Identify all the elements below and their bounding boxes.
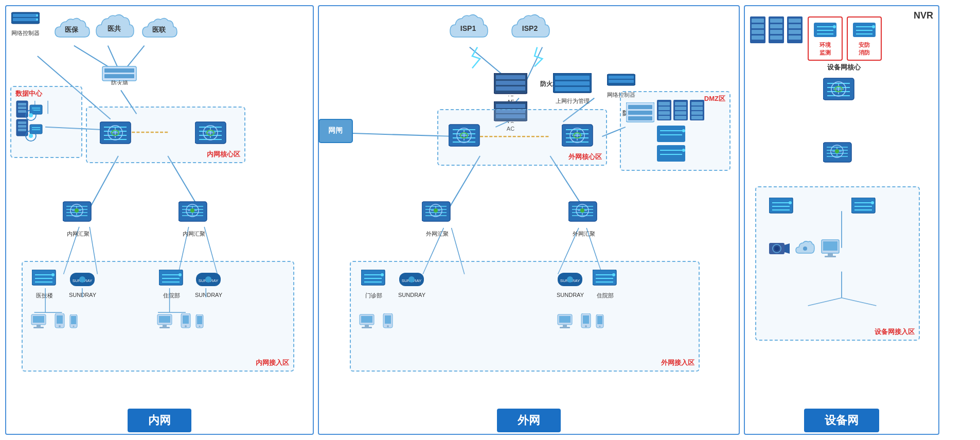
svg-rect-91 bbox=[37, 325, 41, 327]
svg-point-71 bbox=[75, 208, 79, 213]
svg-rect-43 bbox=[104, 74, 134, 78]
svg-rect-197 bbox=[657, 126, 685, 142]
devices-label: 设备网 bbox=[804, 409, 879, 432]
svg-point-230 bbox=[408, 276, 415, 283]
svg-point-302 bbox=[835, 149, 839, 153]
isp2-cloud: ISP2 bbox=[509, 12, 550, 44]
svg-rect-17 bbox=[18, 107, 26, 109]
svg-rect-236 bbox=[385, 315, 391, 324]
svg-text:防火墙: 防火墙 bbox=[111, 80, 128, 85]
svg-rect-268 bbox=[770, 30, 782, 34]
svg-point-36 bbox=[36, 14, 38, 16]
svg-rect-112 bbox=[183, 315, 189, 324]
svg-rect-191 bbox=[675, 116, 686, 119]
svg-point-222 bbox=[580, 208, 584, 213]
svg-rect-155 bbox=[555, 81, 590, 85]
svg-rect-154 bbox=[555, 76, 590, 80]
svg-point-312 bbox=[871, 201, 874, 204]
intranet-label: 内网 bbox=[128, 409, 191, 432]
svg-rect-18 bbox=[18, 110, 26, 113]
svg-rect-271 bbox=[789, 19, 801, 23]
svg-rect-28 bbox=[30, 125, 42, 134]
intranet-content: 数据中心 bbox=[6, 6, 313, 406]
svg-point-240 bbox=[567, 276, 573, 283]
svg-point-80 bbox=[190, 208, 194, 213]
svg-point-37 bbox=[36, 19, 38, 21]
svg-rect-274 bbox=[789, 36, 801, 40]
svg-rect-263 bbox=[752, 30, 764, 34]
svg-rect-247 bbox=[559, 316, 571, 323]
device-agg-switch bbox=[823, 140, 854, 170]
dmz-zone: DMZ区 bbox=[620, 91, 730, 171]
svg-rect-193 bbox=[691, 102, 703, 105]
svg-rect-144 bbox=[496, 75, 525, 79]
gateway-device: 网闸 bbox=[318, 117, 354, 149]
svg-text:医共: 医共 bbox=[108, 25, 121, 32]
ap-sundray-right-internet-top: SUNDRAY SUNDRAY bbox=[557, 270, 584, 298]
svg-line-128 bbox=[527, 47, 542, 80]
svg-text:医保: 医保 bbox=[65, 26, 79, 33]
svg-rect-16 bbox=[18, 103, 26, 105]
svg-rect-273 bbox=[789, 30, 801, 34]
internet-section: 网闸 bbox=[318, 5, 740, 435]
svg-rect-261 bbox=[752, 19, 764, 23]
intranet-section: 数据中心 bbox=[5, 5, 314, 435]
network-controller-intranet: 网络控制器 bbox=[11, 11, 40, 37]
svg-text:网闸: 网闸 bbox=[328, 126, 343, 134]
device-access-switch-right bbox=[851, 198, 876, 219]
svg-point-237 bbox=[387, 325, 389, 327]
svg-rect-251 bbox=[583, 315, 589, 324]
svg-point-315 bbox=[775, 247, 779, 251]
svg-text:ISP2: ISP2 bbox=[522, 24, 538, 32]
access-switch-left-internet: 门诊部 bbox=[361, 270, 386, 300]
svg-rect-249 bbox=[560, 327, 570, 328]
core-zone-label-intranet: 内网核心区 bbox=[207, 150, 240, 159]
svg-rect-35 bbox=[13, 18, 38, 21]
svg-rect-109 bbox=[163, 325, 167, 327]
svg-rect-232 bbox=[361, 316, 372, 323]
ap-sundray-left-internet: SUNDRAY SUNDRAY bbox=[398, 270, 425, 298]
nvr-servers bbox=[750, 16, 804, 45]
svg-point-227 bbox=[381, 273, 384, 276]
svg-rect-145 bbox=[496, 81, 525, 85]
svg-rect-97 bbox=[71, 316, 76, 324]
device-access-zone: 设备网接入区 bbox=[755, 186, 920, 341]
ap-sundray-left-intranet: SUNDRAY SUNDRAY bbox=[69, 270, 96, 298]
access-switch-left-intranet: 医技楼 bbox=[32, 270, 57, 300]
svg-rect-34 bbox=[13, 14, 38, 17]
env-monitor-label: 环境监测 bbox=[819, 41, 831, 57]
main-container: 数据中心 bbox=[0, 0, 980, 440]
devices-content: NVR bbox=[745, 6, 938, 406]
svg-rect-110 bbox=[159, 327, 170, 328]
svg-text:ISP1: ISP1 bbox=[460, 24, 476, 32]
device-access-zone-label: 设备网接入区 bbox=[875, 327, 915, 337]
svg-rect-272 bbox=[789, 24, 801, 28]
svg-point-204 bbox=[682, 149, 685, 152]
svg-rect-20 bbox=[18, 121, 26, 124]
svg-point-85 bbox=[51, 273, 55, 276]
svg-point-113 bbox=[185, 325, 187, 327]
svg-rect-320 bbox=[828, 253, 833, 256]
svg-rect-188 bbox=[675, 102, 686, 105]
agg-switch-intranet-left: 内网汇聚 bbox=[63, 199, 94, 238]
svg-rect-233 bbox=[365, 325, 369, 327]
svg-point-32 bbox=[29, 134, 33, 138]
cloud-yilian: 医联 bbox=[140, 15, 179, 44]
access-zone-intranet: 内网接入区 医技楼 SUNDRAY bbox=[22, 261, 294, 372]
svg-rect-158 bbox=[609, 76, 634, 79]
svg-rect-321 bbox=[825, 256, 836, 257]
device-access-switch-left bbox=[769, 198, 794, 219]
svg-rect-149 bbox=[496, 104, 525, 108]
svg-rect-42 bbox=[104, 68, 134, 73]
svg-point-98 bbox=[73, 326, 75, 327]
svg-rect-241 bbox=[593, 270, 616, 285]
svg-rect-266 bbox=[770, 19, 782, 23]
agg-switch-intranet-right: 内网汇聚 bbox=[179, 199, 209, 238]
access-switch-right-internet: 住院部 bbox=[593, 270, 617, 300]
svg-rect-183 bbox=[658, 102, 670, 105]
sec-fire-box: 安防消防 bbox=[847, 16, 882, 61]
svg-rect-90 bbox=[33, 316, 44, 323]
svg-point-95 bbox=[59, 325, 61, 327]
svg-rect-248 bbox=[563, 325, 567, 327]
device-core-label: 设备网核心 bbox=[827, 63, 861, 72]
